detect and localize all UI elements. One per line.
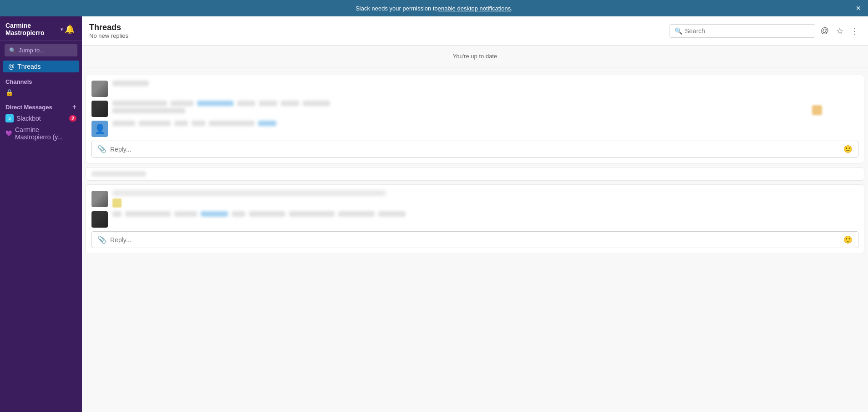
reply-input-1[interactable]	[110, 146, 843, 153]
avatar-person3	[91, 121, 108, 137]
message-line-4	[112, 211, 858, 217]
header-left: Threads No new replies	[89, 23, 128, 39]
reply-box-2[interactable]: 📎 🙂	[91, 231, 858, 248]
jump-to-search-icon: 🔍	[9, 47, 16, 54]
message-content-4	[112, 211, 858, 219]
blurred-long-line	[112, 190, 386, 196]
blurred-text-4a	[112, 211, 122, 217]
notification-link[interactable]: enable desktop notifications	[438, 5, 511, 12]
channels-section-header: Channels	[0, 73, 82, 87]
message-line-3	[112, 121, 858, 126]
lock-icon: 🔒	[5, 89, 13, 96]
avatar-person2-2	[91, 211, 108, 228]
thread2-top-row	[91, 190, 858, 208]
blurred-text-3c	[174, 121, 188, 126]
blurred-divider-text	[91, 171, 146, 177]
message-row-2	[91, 101, 858, 117]
blurred-text-2e	[259, 101, 277, 106]
emoji-icon-2[interactable]: 🙂	[843, 235, 853, 244]
blurred-text-4i	[378, 211, 406, 217]
notification-text-after: .	[511, 5, 513, 12]
attach-icon-2[interactable]: 📎	[97, 235, 107, 244]
message-line-2b	[112, 108, 858, 113]
blurred-text-4g	[289, 211, 335, 217]
sidebar: Carmine Mastropierro ▾ 🔔 🔍 Jump to... @ …	[0, 16, 82, 412]
thread-messages-2	[91, 190, 858, 228]
threads-label: Threads	[17, 63, 41, 70]
emoji-icon-1[interactable]: 🙂	[843, 145, 853, 153]
thread-block-2: 📎 🙂	[86, 184, 864, 254]
search-input[interactable]	[685, 27, 810, 35]
header-right: 🔍 @ ☆ ⋮	[670, 24, 861, 38]
blurred-text-2d	[237, 101, 255, 106]
blurred-text-2g	[303, 101, 330, 106]
up-to-date-bar: You're up to date	[82, 46, 868, 67]
bell-icon-button[interactable]: 🔔	[63, 22, 76, 36]
search-box[interactable]: 🔍	[670, 24, 815, 38]
blurred-text-2f	[281, 101, 299, 106]
jump-to-button[interactable]: 🔍 Jump to...	[5, 44, 77, 56]
workspace-label: Carmine Mastropierro	[5, 22, 59, 36]
message-content-1	[112, 81, 858, 88]
page-subtitle: No new replies	[89, 32, 128, 39]
threads-icon: @	[8, 63, 15, 70]
thread2-top-content	[112, 190, 858, 208]
blurred-text-2b	[171, 101, 193, 106]
up-to-date-text: You're up to date	[453, 53, 497, 60]
at-icon-button[interactable]: @	[819, 24, 831, 37]
add-dm-button[interactable]: +	[72, 103, 76, 111]
more-icon-button[interactable]: ⋮	[849, 24, 861, 38]
message-row-1	[91, 81, 858, 97]
slackbot-label: Slackbot	[16, 115, 41, 122]
blurred-text-4c	[174, 211, 197, 217]
thread-messages-1	[91, 81, 858, 137]
star-icon-button[interactable]: ☆	[834, 24, 845, 38]
message-row-3	[91, 121, 858, 137]
spacer1	[82, 67, 868, 71]
workspace-name[interactable]: Carmine Mastropierro ▾	[5, 22, 63, 36]
blurred-text-4b	[125, 211, 171, 217]
blurred-text-4h	[338, 211, 375, 217]
dm-item-carmine[interactable]: 💜 Carmine Mastropierro (y...	[0, 124, 82, 142]
blurred-text-3f	[258, 121, 276, 126]
blurred-text-2c	[197, 101, 233, 106]
sidebar-item-threads[interactable]: @ Threads	[3, 61, 79, 72]
reply-input-2[interactable]	[110, 236, 843, 244]
blurred-text-3a	[112, 121, 135, 126]
notification-bar: Slack needs your permission to enable de…	[0, 0, 868, 16]
search-icon: 🔍	[675, 27, 682, 35]
notification-text: Slack needs your permission to	[355, 5, 438, 12]
channels-label: Channels	[5, 78, 32, 85]
carmine-heart-icon: 💜	[5, 130, 12, 137]
slackbot-avatar: S	[5, 114, 14, 122]
reply-box-1[interactable]: 📎 🙂	[91, 141, 858, 158]
threads-content: You're up to date	[82, 46, 868, 412]
page-title: Threads	[89, 23, 128, 32]
avatar-person1-2	[91, 191, 108, 207]
main-header: Threads No new replies 🔍 @ ☆ ⋮	[82, 16, 868, 46]
dm-label: Direct Messages	[5, 104, 52, 111]
thread-block-1: 📎 🙂	[86, 75, 864, 163]
attach-icon-1[interactable]: 📎	[97, 145, 107, 153]
blurred-text-2a	[112, 101, 167, 106]
blurred-text-4d	[201, 211, 228, 217]
dm-item-slackbot[interactable]: S Slackbot 2	[0, 112, 82, 124]
jump-to-label: Jump to...	[19, 47, 45, 54]
message-relative-1	[91, 101, 858, 117]
sidebar-item-lock-channel[interactable]: 🔒	[0, 87, 82, 98]
sidebar-header: Carmine Mastropierro ▾ 🔔	[0, 16, 82, 41]
orange-decoration	[812, 105, 822, 115]
avatar-person1	[91, 81, 108, 97]
app-container: Carmine Mastropierro ▾ 🔔 🔍 Jump to... @ …	[0, 16, 868, 412]
message-content-2	[112, 101, 858, 115]
message-line-1	[112, 81, 858, 86]
notification-close-button[interactable]: ×	[856, 4, 861, 13]
message-line-2a	[112, 101, 858, 106]
blurred-name-1	[112, 81, 149, 86]
slackbot-badge: 2	[69, 115, 76, 122]
message-content-3	[112, 121, 858, 128]
blurred-text-4f	[249, 211, 285, 217]
main-content: Threads No new replies 🔍 @ ☆ ⋮ You're up…	[82, 16, 868, 412]
blurred-text-2h	[112, 108, 185, 113]
thread-block-divider	[86, 167, 864, 181]
